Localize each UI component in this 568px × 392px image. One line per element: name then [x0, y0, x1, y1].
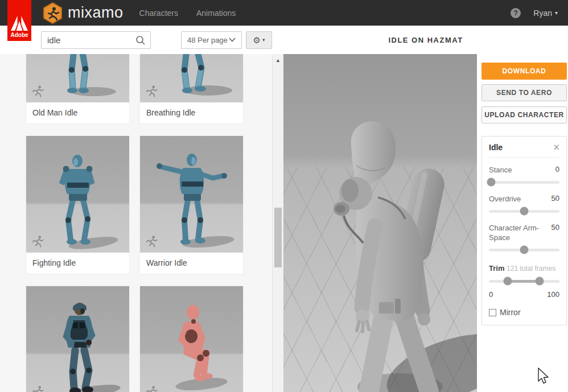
animation-grid-viewport: Old Man Idle — [0, 54, 272, 392]
animation-thumbnail — [26, 54, 129, 102]
search-input[interactable] — [41, 31, 151, 49]
send-to-aero-button[interactable]: SEND TO AERO — [481, 84, 567, 101]
gear-icon: ⚙ — [253, 36, 261, 44]
trim-label: Trim — [489, 264, 504, 273]
stance-slider-group: Stance 0 — [489, 165, 559, 187]
viewer-header: IDLE ON HAZMAT — [283, 26, 568, 54]
animation-thumbnail — [140, 286, 243, 392]
trim-start-handle[interactable] — [504, 277, 512, 286]
arm-space-slider-group: Character Arm-Space 50 — [489, 223, 559, 254]
soldier-figure — [26, 286, 129, 392]
browser-toolbar: 48 Per page ⚙ ▾ — [0, 26, 283, 54]
mixamo-app: Adobe mixamo Characters Animations ? — [0, 0, 568, 392]
hazmat-character-model — [283, 54, 477, 392]
current-animation-title: IDLE ON HAZMAT — [388, 36, 463, 44]
mirror-label: Mirror — [500, 308, 521, 317]
scroll-up-arrow-icon[interactable]: ▲ — [273, 57, 283, 63]
animation-thumbnail — [26, 136, 129, 253]
export-sidebar: DOWNLOAD SEND TO AERO UPLOAD CHARACTER I… — [477, 54, 568, 392]
animation-type-runner-icon — [145, 385, 159, 392]
user-menu[interactable]: Ryan ▾ — [533, 9, 558, 18]
mixamo-logo[interactable]: mixamo — [42, 2, 124, 24]
per-page-select[interactable]: 48 Per page — [181, 31, 242, 49]
top-bar: Adobe mixamo Characters Animations ? — [0, 0, 568, 26]
adobe-wordmark: Adobe — [10, 32, 28, 38]
per-page-value: 48 Per page — [187, 36, 228, 44]
animation-name: Fighting Idle — [26, 253, 129, 274]
nav-characters[interactable]: Characters — [139, 9, 178, 18]
adobe-a-icon — [11, 16, 28, 31]
slider-label: Character Arm-Space — [489, 223, 541, 242]
animation-card[interactable] — [140, 286, 243, 392]
mixamo-wordmark: mixamo — [68, 4, 124, 22]
arm-space-slider[interactable] — [489, 246, 559, 254]
trim-total-frames: 121 total frames — [507, 265, 555, 273]
animation-type-runner-icon — [31, 84, 46, 99]
panel-title: Idle — [489, 143, 503, 152]
animation-type-runner-icon — [31, 385, 46, 392]
animation-type-runner-icon — [145, 84, 159, 99]
help-icon[interactable]: ? — [511, 8, 521, 18]
slider-label: Stance — [489, 165, 541, 175]
animation-name: Breathing Idle — [140, 102, 243, 123]
animation-card[interactable]: Old Man Idle — [26, 54, 129, 123]
slider-handle[interactable] — [520, 246, 529, 254]
user-name: Ryan — [533, 9, 552, 18]
slider-value: 0 — [555, 165, 559, 174]
adobe-logo[interactable]: Adobe — [7, 0, 31, 41]
animation-card[interactable] — [26, 286, 129, 392]
animation-name: Old Man Idle — [26, 102, 129, 123]
slider-label: Overdrive — [489, 194, 541, 204]
overdrive-slider[interactable] — [489, 207, 559, 216]
mixamo-hexagon-icon — [42, 2, 63, 24]
main-nav: Characters Animations — [139, 9, 236, 18]
slider-value: 50 — [551, 223, 559, 232]
slider-track — [489, 181, 559, 184]
animation-card[interactable]: Breathing Idle — [140, 54, 243, 123]
top-right-controls: ? Ryan ▾ — [511, 8, 558, 18]
animation-thumbnail — [140, 136, 243, 253]
mirror-checkbox[interactable] — [489, 309, 496, 316]
animation-browser: 48 Per page ⚙ ▾ — [0, 26, 283, 392]
overdrive-slider-group: Overdrive 50 — [489, 194, 559, 216]
grid-scrollbar[interactable]: ▲ — [272, 54, 283, 392]
download-button[interactable]: DOWNLOAD — [481, 63, 567, 80]
mirror-option: Mirror — [489, 308, 559, 317]
animation-card[interactable]: Fighting Idle — [26, 136, 129, 274]
settings-gear-button[interactable]: ⚙ ▾ — [246, 31, 272, 49]
animation-thumbnail — [26, 286, 129, 392]
upload-character-button[interactable]: UPLOAD CHARACTER — [481, 106, 567, 123]
animation-thumbnail — [140, 54, 243, 102]
trim-min: 0 — [489, 290, 493, 299]
trim-range-slider[interactable] — [489, 277, 559, 286]
trim-header: Trim 121 total frames — [489, 263, 559, 274]
animation-type-runner-icon — [31, 234, 46, 249]
chevron-down-icon: ▾ — [262, 37, 265, 43]
scrollbar-thumb[interactable] — [274, 208, 282, 267]
trim-max: 100 — [547, 290, 559, 299]
red-mannequin-sitting-figure — [140, 286, 243, 392]
animation-card[interactable]: Warrior Idle — [140, 136, 243, 274]
slider-handle[interactable] — [487, 178, 495, 187]
stance-slider[interactable] — [489, 178, 559, 187]
close-icon[interactable]: × — [553, 144, 559, 151]
slider-value: 50 — [551, 194, 559, 203]
chevron-down-icon — [229, 38, 236, 42]
preview-region: IDLE ON HAZMAT — [283, 26, 568, 392]
animation-settings-panel: Idle × Stance 0 — [481, 136, 567, 325]
trim-end-handle[interactable] — [536, 277, 544, 286]
animation-name: Warrior Idle — [140, 253, 243, 274]
animation-grid: Old Man Idle — [26, 54, 243, 392]
slider-handle[interactable] — [520, 207, 529, 216]
animation-type-runner-icon — [145, 234, 159, 249]
chevron-down-icon: ▾ — [555, 10, 558, 16]
3d-viewport[interactable] — [283, 54, 477, 392]
nav-animations[interactable]: Animations — [196, 9, 236, 18]
search-wrap — [41, 31, 151, 49]
search-icon[interactable] — [135, 35, 146, 48]
